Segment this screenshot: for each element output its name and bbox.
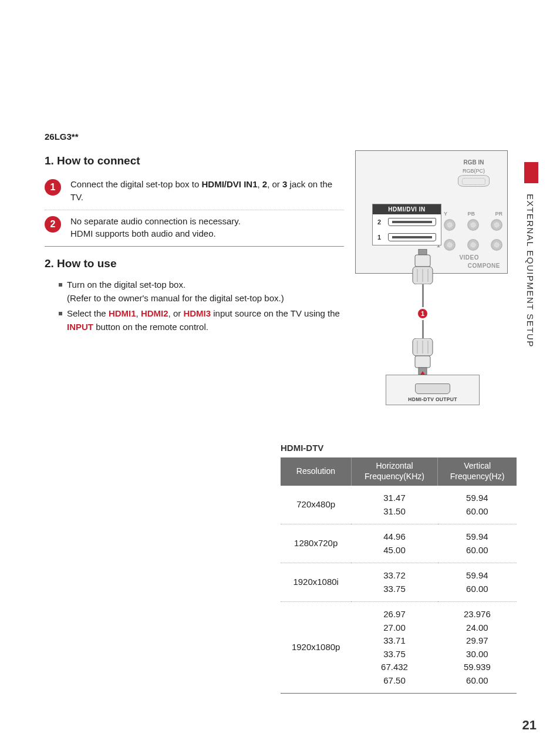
step-1-bold1: HDMI/DVI IN1 (201, 179, 257, 189)
hdmi-port-num-2: 2 (377, 218, 383, 226)
jack-icon (467, 239, 479, 251)
step-badge-2: 2 (45, 216, 61, 233)
component-row-1: 1 (444, 239, 502, 251)
cable-badge-1: 1 (417, 308, 428, 319)
hdmi-slot-icon (388, 233, 436, 241)
th-hfreq: Horizontal Frequency(KHz) (351, 457, 437, 486)
svg-rect-0 (419, 249, 427, 255)
cell-vfreq: 23.97624.0029.9730.0059.93960.00 (438, 602, 517, 694)
connect-steps: 1 Connect the digital set-top box to HDM… (45, 176, 344, 247)
hdmi-slot-icon (388, 218, 436, 226)
cable-line-icon (422, 284, 424, 307)
step-2-text: No separate audio connection is necessar… (70, 215, 344, 241)
use2-s1: , (136, 308, 141, 318)
table-body: 720x480p31.4731.5059.9460.001280x720p44.… (281, 486, 517, 694)
rgb-port-icon (458, 175, 490, 187)
video-label: VIDEO (459, 254, 479, 261)
step-badge-1: 1 (45, 179, 61, 196)
th-vfreq: Vertical Frequency(Hz) (438, 457, 517, 486)
use2-mid: input source on the TV using the (211, 308, 340, 318)
component-labels: Y PB PR (444, 211, 502, 217)
step-1-mid1: , (258, 179, 262, 189)
hdmi-dvi-block: HDMI/DVI IN 2 1 (372, 204, 441, 245)
table-row: 1920x1080p26.9727.0033.7133.7567.43267.5… (281, 602, 517, 694)
stb-port-icon (415, 383, 450, 394)
step-1-bold2: 2 (262, 179, 267, 189)
use1-line1: Turn on the digital set-top box. (67, 280, 185, 290)
rgb-pc-label: RGB(PC) (445, 168, 502, 174)
compone-label: COMPONE (468, 263, 500, 269)
table-row: 1280x720p44.9645.0059.9460.00 (281, 524, 517, 563)
hdmi-dvi-header: HDMI/DVI IN (373, 204, 441, 214)
step-2-line1: No separate audio connection is necessar… (70, 216, 241, 226)
table-title: HDMI-DTV (281, 443, 517, 453)
section-side-title: EXTERNAL EQUIPMENT SETUP (525, 194, 535, 348)
use2-hdmi3: HDMI3 (183, 308, 211, 318)
model-number: 26LG3** (45, 132, 344, 142)
cell-vfreq: 59.9460.00 (438, 524, 517, 563)
heading-how-to-connect: 1. How to connect (45, 154, 344, 167)
use2-s2: , or (168, 308, 184, 318)
cell-resolution: 1920x1080i (281, 563, 351, 602)
jack-icon (444, 239, 456, 251)
step-2: 2 No separate audio connection is necess… (45, 210, 344, 247)
side-tab (524, 162, 538, 183)
cell-resolution: 720x480p (281, 486, 351, 524)
rgb-in-label-group: RGB IN RGB(PC) (445, 159, 502, 190)
th-hfreq-a: Horizontal (376, 461, 413, 470)
use2-input: INPUT (67, 322, 93, 332)
th-resolution: Resolution (281, 457, 351, 486)
jack-icon (444, 219, 456, 231)
hdmi-port-num-1: 1 (377, 234, 383, 241)
hdmi-dtv-table-area: HDMI-DTV Resolution Horizontal Frequency… (281, 443, 517, 694)
jack-icon (467, 219, 479, 231)
step-1-pre: Connect the digital set-top box to (70, 179, 201, 189)
label-pb: PB (467, 211, 475, 217)
th-vfreq-a: Vertical (464, 461, 491, 470)
use2-hdmi2: HDMI2 (141, 308, 168, 318)
table-row: 720x480p31.4731.5059.9460.00 (281, 486, 517, 524)
hdmi-cable: 1 (416, 284, 429, 343)
component-row-2: 2 (444, 219, 502, 231)
cell-resolution: 1920x1080p (281, 602, 351, 694)
set-top-box: HDMI-DTV OUTPUT (386, 375, 480, 405)
use-list: Turn on the digital set-top box. (Refer … (59, 278, 344, 334)
th-vfreq-b: Frequency(Hz) (450, 472, 505, 481)
cell-vfreq: 59.9460.00 (438, 563, 517, 602)
table-row: 1920x1080i33.7233.7559.9460.00 (281, 563, 517, 602)
use2-hdmi1: HDMI1 (109, 308, 136, 318)
cell-vfreq: 59.9460.00 (438, 486, 517, 524)
jack-icon (491, 219, 502, 231)
connection-diagram: RGB IN RGB(PC) Y PB PR 2 1 VIDEO COMPONE… (355, 150, 508, 409)
stb-label: HDMI-DTV OUTPUT (408, 396, 457, 402)
svg-rect-10 (415, 356, 430, 368)
cell-hfreq: 26.9727.0033.7133.7567.43267.50 (351, 602, 437, 694)
use2-pre: Select the (67, 308, 109, 318)
th-hfreq-b: Frequency(KHz) (365, 472, 424, 481)
table-header-row: Resolution Horizontal Frequency(KHz) Ver… (281, 457, 517, 486)
jack-icon (491, 239, 502, 251)
use-item-1: Turn on the digital set-top box. (Refer … (59, 278, 344, 305)
hdmi-plug-top-icon (409, 249, 436, 284)
main-content: 26LG3** 1. How to connect 1 Connect the … (45, 132, 344, 336)
cell-hfreq: 44.9645.00 (351, 524, 437, 563)
heading-how-to-use: 2. How to use (45, 257, 344, 270)
step-2-line2: HDMI supports both audio and video. (70, 228, 216, 238)
use1-line2: (Refer to the owner's manual for the dig… (67, 293, 284, 303)
rgb-in-label: RGB IN (445, 159, 502, 166)
hdmi-port-1: 1 (373, 230, 441, 245)
cell-hfreq: 33.7233.75 (351, 563, 437, 602)
cell-hfreq: 31.4731.50 (351, 486, 437, 524)
hdmi-plug-bottom-icon (409, 338, 436, 377)
label-pr: PR (495, 211, 502, 217)
page-number: 21 (522, 718, 537, 733)
label-y: Y (444, 211, 447, 217)
use2-post: button on the remote control. (93, 322, 208, 332)
step-1: 1 Connect the digital set-top box to HDM… (45, 176, 344, 210)
cell-resolution: 1280x720p (281, 524, 351, 563)
step-1-mid2: , or (267, 179, 282, 189)
hdmi-dtv-table: Resolution Horizontal Frequency(KHz) Ver… (281, 457, 517, 694)
svg-rect-1 (415, 255, 430, 267)
use-item-2: Select the HDMI1, HDMI2, or HDMI3 input … (59, 307, 344, 334)
hdmi-port-2: 2 (373, 214, 441, 230)
